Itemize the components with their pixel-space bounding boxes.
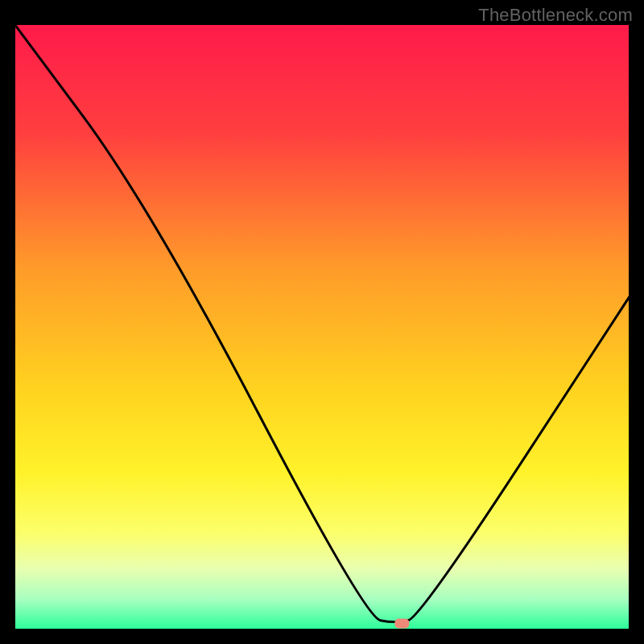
watermark-text: TheBottleneck.com (478, 5, 633, 26)
chart-svg (14, 24, 630, 630)
gradient-background (14, 24, 630, 630)
optimal-marker (394, 618, 409, 628)
chart-area (14, 24, 630, 630)
